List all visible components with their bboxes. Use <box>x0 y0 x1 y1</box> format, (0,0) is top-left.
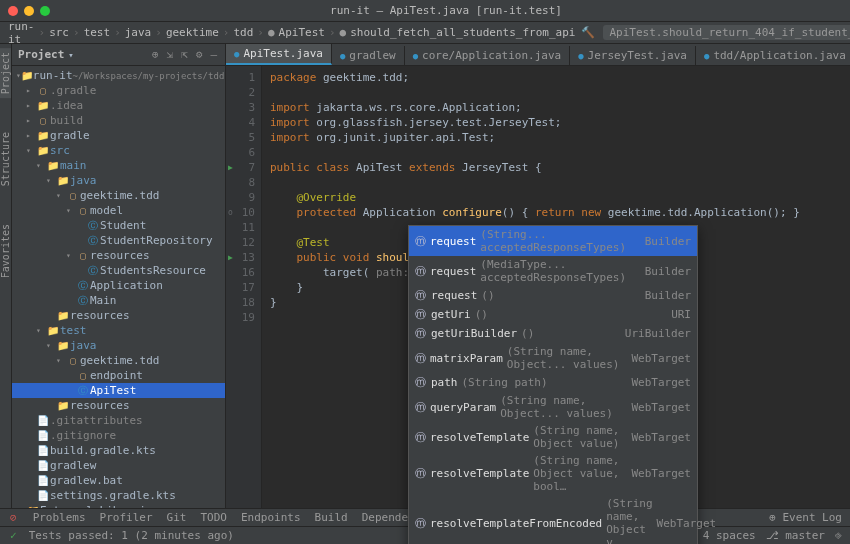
code-line[interactable]: @Override <box>270 190 850 205</box>
tree-item[interactable]: 📄settings.gradle.kts <box>12 488 225 503</box>
code-line[interactable]: protected Application configure() { retu… <box>270 205 850 220</box>
tree-item[interactable]: ▸📁.idea <box>12 98 225 113</box>
tree-item[interactable]: 📁resources <box>12 398 225 413</box>
tree-item[interactable]: ▾▢resources <box>12 248 225 263</box>
tree-arrow-icon[interactable]: ▸ <box>26 101 36 110</box>
tree-arrow-icon[interactable]: ▸ <box>26 116 36 125</box>
event-log-tab[interactable]: ⊕ Event Log <box>769 511 842 524</box>
tree-item[interactable]: 📄gradlew.bat <box>12 473 225 488</box>
breadcrumb-segment[interactable]: tdd <box>233 26 253 39</box>
tree-item[interactable]: ⒸStudentsResource <box>12 263 225 278</box>
line-number[interactable]: 16 <box>226 265 255 280</box>
completion-item[interactable]: ⓜrequest(String... acceptedResponseTypes… <box>409 226 697 256</box>
hide-icon[interactable]: — <box>208 48 219 61</box>
code-line[interactable]: import org.glassfish.jersey.test.JerseyT… <box>270 115 850 130</box>
tree-item[interactable]: ▾📁main <box>12 158 225 173</box>
tree-item[interactable]: ▾📁run-it ~/Workspaces/my-projects/tdd-co… <box>12 68 225 83</box>
gutter-run-icon[interactable]: ▶ <box>228 250 233 265</box>
tree-arrow-icon[interactable]: ▾ <box>46 176 56 185</box>
tree-item[interactable]: ⒸMain <box>12 293 225 308</box>
completion-item[interactable]: ⓜrequest()Builder <box>409 286 697 305</box>
maximize-window[interactable] <box>40 6 50 16</box>
tree-item[interactable]: ▾📁java <box>12 173 225 188</box>
run-config-selector[interactable]: ApiTest.should_return_404_if_student_not… <box>603 25 850 40</box>
indent-info[interactable]: 4 spaces <box>703 529 756 542</box>
tree-item[interactable]: ⒸApiTest <box>12 383 225 398</box>
tree-arrow-icon[interactable]: ▸ <box>16 506 26 508</box>
completion-item[interactable]: ⓜresolveTemplate(String name, Object val… <box>409 422 697 452</box>
tree-item[interactable]: 📄.gitattributes <box>12 413 225 428</box>
tree-item[interactable]: ▾▢model <box>12 203 225 218</box>
line-number[interactable]: 18 <box>226 295 255 310</box>
gutter-run-icon[interactable]: o <box>228 205 233 220</box>
breadcrumb-segment[interactable]: geektime <box>166 26 219 39</box>
tree-item[interactable]: ▾📁java <box>12 338 225 353</box>
line-number[interactable]: 1 <box>226 70 255 85</box>
tree-item[interactable]: 📄gradlew <box>12 458 225 473</box>
completion-item[interactable]: ⓜmatrixParam(String name, Object... valu… <box>409 343 697 373</box>
tree-item[interactable]: ▸📁gradle <box>12 128 225 143</box>
tree-item[interactable]: ▸▢build <box>12 113 225 128</box>
tree-item[interactable]: ▾▢geektime.tdd <box>12 188 225 203</box>
line-number[interactable]: 3 <box>226 100 255 115</box>
tree-arrow-icon[interactable]: ▾ <box>66 251 76 260</box>
code-line[interactable] <box>270 145 850 160</box>
code-line[interactable] <box>270 175 850 190</box>
completion-item[interactable]: ⓜqueryParam(String name, Object... value… <box>409 392 697 422</box>
tree-item[interactable]: 📁resources <box>12 308 225 323</box>
code-line[interactable]: import org.junit.jupiter.api.Test; <box>270 130 850 145</box>
build-icon[interactable]: 🔨 <box>579 26 597 39</box>
completion-item[interactable]: ⓜresolveTemplateFromEncoded(String name,… <box>409 495 697 544</box>
tool-tab-project[interactable]: Project <box>0 48 11 98</box>
tree-item[interactable]: ⒸApplication <box>12 278 225 293</box>
bottom-tab-todo[interactable]: TODO <box>200 511 227 524</box>
git-branch[interactable]: ⎇ master <box>766 529 825 542</box>
breadcrumb-segment[interactable]: test <box>84 26 111 39</box>
bottom-tab-profiler[interactable]: Profiler <box>100 511 153 524</box>
minimize-window[interactable] <box>24 6 34 16</box>
tree-item[interactable]: ⒸStudent <box>12 218 225 233</box>
line-number[interactable]: 8 <box>226 175 255 190</box>
code-line[interactable]: public class ApiTest extends JerseyTest … <box>270 160 850 175</box>
tree-item[interactable]: ▸▢.gradle <box>12 83 225 98</box>
tree-arrow-icon[interactable]: ▾ <box>56 356 66 365</box>
breadcrumb-method[interactable]: should_fetch_all_students_from_api <box>350 26 575 39</box>
gutter-run-icon[interactable]: ▶ <box>228 160 233 175</box>
completion-item[interactable]: ⓜgetUri()URI <box>409 305 697 324</box>
completion-item[interactable]: ⓜpath(String path)WebTarget <box>409 373 697 392</box>
line-number[interactable]: 9 <box>226 190 255 205</box>
line-number[interactable]: 6 <box>226 145 255 160</box>
tree-arrow-icon[interactable]: ▸ <box>26 131 36 140</box>
close-window[interactable] <box>8 6 18 16</box>
breadcrumb-file[interactable]: ApiTest <box>279 26 325 39</box>
editor-tab[interactable]: ●gradlew <box>332 46 405 65</box>
tool-tab-structure[interactable]: Structure <box>0 128 11 190</box>
select-opened-file-icon[interactable]: ⊕ <box>150 48 161 61</box>
line-number[interactable]: 19 <box>226 310 255 325</box>
tree-item[interactable]: 📄.gitignore <box>12 428 225 443</box>
bottom-tab-endpoints[interactable]: Endpoints <box>241 511 301 524</box>
editor-tab[interactable]: ●JerseyTest.java <box>570 46 696 65</box>
breadcrumb-segment[interactable]: java <box>125 26 152 39</box>
tree-arrow-icon[interactable]: ▾ <box>66 206 76 215</box>
tool-tab-favorites[interactable]: Favorites <box>0 220 11 282</box>
tree-arrow-icon[interactable]: ▾ <box>46 341 56 350</box>
tree-item[interactable]: 📄build.gradle.kts <box>12 443 225 458</box>
tree-arrow-icon[interactable]: ▾ <box>36 326 46 335</box>
tree-item[interactable]: ⒸStudentRepository <box>12 233 225 248</box>
tree-arrow-icon[interactable]: ▾ <box>56 191 66 200</box>
code-line[interactable]: package geektime.tdd; <box>270 70 850 85</box>
line-number[interactable]: 2 <box>226 85 255 100</box>
lock-icon[interactable]: ⎆ <box>835 529 842 542</box>
expand-all-icon[interactable]: ⇲ <box>165 48 176 61</box>
editor-tab[interactable]: ●core/Application.java <box>405 46 571 65</box>
completion-item[interactable]: ⓜgetUriBuilder()UriBuilder <box>409 324 697 343</box>
bottom-tab-problems[interactable]: Problems <box>33 511 86 524</box>
completion-item[interactable]: ⓜresolveTemplate(String name, Object val… <box>409 452 697 495</box>
line-number[interactable]: 4 <box>226 115 255 130</box>
tree-arrow-icon[interactable]: ▾ <box>26 146 36 155</box>
line-number[interactable]: 13▶ <box>226 250 255 265</box>
tree-arrow-icon[interactable]: ▸ <box>26 86 36 95</box>
gear-icon[interactable]: ⚙ <box>194 48 205 61</box>
editor-tab[interactable]: ●tdd/Application.java <box>696 46 850 65</box>
